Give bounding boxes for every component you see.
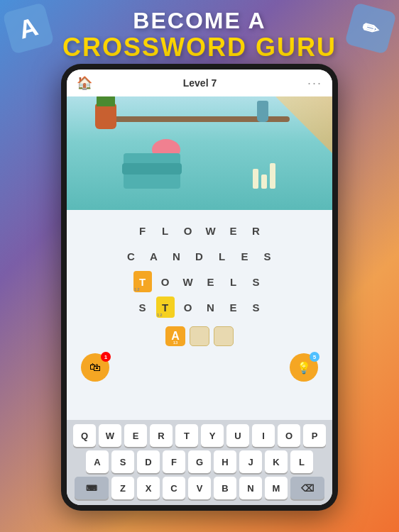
letter-D: D — [190, 245, 209, 267]
key-backspace[interactable]: ⌫ — [290, 477, 324, 499]
letter-O: O — [179, 220, 197, 241]
word-row-candles: C A N D L E S — [122, 244, 277, 268]
letter-T2-filled: T 12 — [156, 297, 175, 318]
key-C[interactable]: C — [163, 477, 185, 499]
letter-A: A — [145, 245, 163, 267]
key-P[interactable]: P — [303, 424, 326, 447]
headline-line2: CROSSWORD GURU — [0, 33, 399, 62]
letter-W: W — [202, 220, 220, 241]
scene-window — [275, 96, 332, 153]
keyboard-row-1: Q W E R T Y U I O P — [70, 424, 329, 447]
letter-N: N — [202, 297, 220, 318]
key-U[interactable]: U — [226, 424, 249, 447]
tablet-frame: 🏠 Level 7 ··· F L O — [61, 64, 338, 511]
side-icons-row: 🛍 1 💡 5 — [72, 353, 327, 382]
hint-notification: 5 — [310, 352, 319, 362]
empty-slot-2 — [214, 326, 234, 346]
key-Z[interactable]: Z — [111, 477, 134, 499]
key-O[interactable]: O — [278, 424, 300, 447]
key-B[interactable]: B — [214, 477, 236, 499]
letter-F: F — [133, 220, 152, 241]
scene-image — [67, 96, 332, 210]
letter-O2: O — [156, 271, 175, 292]
key-keyboard-icon[interactable]: ⌨ — [75, 477, 109, 499]
key-X[interactable]: X — [137, 477, 160, 499]
key-Q[interactable]: Q — [73, 424, 96, 447]
letter-S2: S — [247, 271, 266, 292]
keyboard-row-3: ⌨ Z X C V B N M ⌫ — [70, 477, 329, 499]
letter-L2: L — [213, 245, 231, 267]
words-area: F L O W E R C A N D L E S T 12 — [67, 210, 332, 420]
key-G[interactable]: G — [188, 450, 211, 473]
keyboard-row-2: A S D F G H J K L — [70, 450, 329, 473]
word-row-stones: S T 12 O N E S — [133, 295, 266, 319]
word-row-towels: T 12 O W E L S — [133, 270, 266, 294]
letter-E4: E — [224, 297, 243, 318]
num-badge-13: 13 — [173, 340, 178, 345]
letter-T-filled: T 12 — [133, 271, 152, 292]
home-icon[interactable]: 🏠 — [77, 75, 92, 91]
key-N[interactable]: N — [239, 477, 262, 499]
key-Y[interactable]: Y — [201, 424, 224, 447]
letter-S4: S — [247, 297, 266, 318]
letter-L: L — [156, 220, 175, 241]
bag-icon[interactable]: 🛍 1 — [81, 353, 109, 382]
top-bar: 🏠 Level 7 ··· — [67, 70, 332, 96]
candle-2 — [261, 174, 267, 189]
letter-W2: W — [179, 271, 197, 292]
key-V[interactable]: V — [188, 477, 211, 499]
candle-3 — [270, 163, 275, 189]
hint-icon[interactable]: 💡 5 — [290, 353, 318, 382]
key-S[interactable]: S — [111, 450, 134, 473]
letter-S3: S — [133, 297, 152, 318]
key-T[interactable]: T — [175, 424, 198, 447]
key-F[interactable]: F — [163, 450, 185, 473]
current-letter-A: A 13 — [165, 326, 185, 346]
letter-O3: O — [179, 297, 197, 318]
tablet-screen: 🏠 Level 7 ··· F L O — [67, 70, 332, 505]
letter-E3: E — [202, 271, 220, 292]
letter-E2: E — [236, 245, 254, 267]
num-badge-12a: 12 — [134, 287, 141, 292]
key-I[interactable]: I — [252, 424, 275, 447]
current-input-row: A 13 — [165, 322, 234, 350]
bag-notification: 1 — [101, 352, 111, 362]
key-D[interactable]: D — [137, 450, 160, 473]
candle-1 — [253, 169, 258, 189]
key-H[interactable]: H — [214, 450, 236, 473]
more-icon[interactable]: ··· — [307, 76, 322, 91]
letter-L3: L — [224, 271, 243, 292]
headline-area: BECOME A CROSSWORD GURU — [0, 9, 399, 62]
headline-line1: BECOME A — [0, 9, 399, 33]
letter-E: E — [224, 220, 243, 241]
key-M[interactable]: M — [265, 477, 288, 499]
key-E[interactable]: E — [124, 424, 147, 447]
letter-N: N — [168, 245, 186, 267]
scene-bottle — [257, 101, 268, 122]
num-badge-12b: 12 — [157, 313, 163, 317]
key-L[interactable]: L — [290, 450, 313, 473]
level-label: Level 7 — [183, 77, 217, 89]
keyboard: Q W E R T Y U I O P A S D F G H J K L — [67, 420, 332, 505]
letter-C: C — [122, 245, 141, 267]
letter-R: R — [247, 220, 266, 241]
scene-towel2 — [122, 163, 182, 174]
key-W[interactable]: W — [99, 424, 121, 447]
letter-S: S — [258, 245, 277, 267]
key-A[interactable]: A — [86, 450, 109, 473]
empty-slot-1 — [190, 326, 209, 346]
word-row-flower: F L O W E R — [133, 218, 266, 243]
key-J[interactable]: J — [239, 450, 262, 473]
key-K[interactable]: K — [265, 450, 288, 473]
scene-candles — [253, 163, 275, 189]
scene-pot — [95, 104, 116, 129]
key-R[interactable]: R — [150, 424, 173, 447]
